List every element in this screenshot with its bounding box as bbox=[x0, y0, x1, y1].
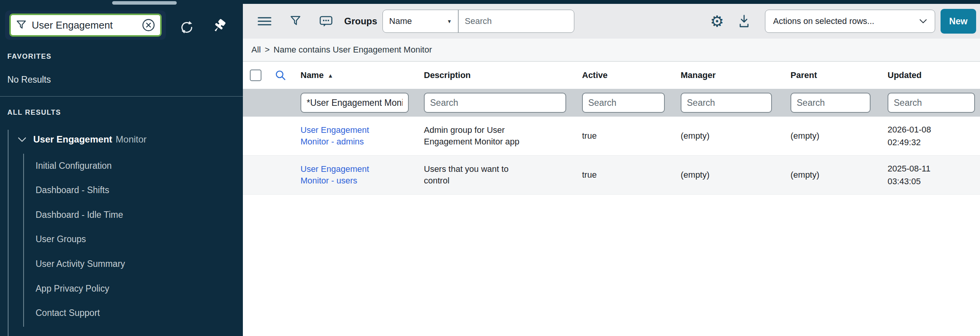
pin-icon[interactable] bbox=[210, 17, 228, 37]
search-icon[interactable] bbox=[275, 70, 300, 81]
table-row: User Engagement Monitor - users Users th… bbox=[243, 156, 980, 195]
chevron-down-icon bbox=[919, 19, 927, 24]
group-active: true bbox=[582, 131, 681, 141]
list-toolbar: Groups Name ▼ ⚙ Actions on selected rows… bbox=[243, 4, 980, 39]
sidebar-item-app-privacy-policy[interactable]: App Privacy Policy bbox=[36, 283, 109, 294]
chevron-down-icon[interactable] bbox=[18, 137, 26, 143]
group-manager: (empty) bbox=[681, 170, 790, 180]
list-search-combo: Name ▼ bbox=[382, 10, 574, 33]
group-description: Admin group for User Engagement Monitor … bbox=[424, 124, 524, 147]
filter-input-name[interactable] bbox=[300, 93, 409, 113]
top-border-strip bbox=[243, 0, 980, 4]
new-button[interactable]: New bbox=[941, 9, 976, 34]
page-title: Groups bbox=[344, 16, 377, 27]
sidebar-item-dashboard-shifts[interactable]: Dashboard - Shifts bbox=[36, 185, 109, 195]
column-header-manager[interactable]: Manager bbox=[681, 70, 790, 80]
group-active: true bbox=[582, 170, 681, 180]
group-parent: (empty) bbox=[790, 170, 888, 180]
filter-input-description[interactable] bbox=[424, 93, 566, 113]
group-description: Users that you want to control bbox=[424, 163, 524, 186]
sidebar-item-dashboard-idle-time[interactable]: Dashboard - Idle Time bbox=[36, 210, 123, 220]
list-view-panel: Groups Name ▼ ⚙ Actions on selected rows… bbox=[243, 0, 980, 336]
group-name-link[interactable]: User Engagement Monitor - users bbox=[300, 163, 384, 186]
group-parent: (empty) bbox=[790, 131, 888, 141]
filter-input-updated[interactable] bbox=[888, 93, 975, 113]
actions-dropdown[interactable]: Actions on selected rows... bbox=[765, 10, 935, 33]
search-field-selector[interactable]: Name ▼ bbox=[383, 16, 458, 26]
column-header-parent[interactable]: Parent bbox=[790, 70, 888, 80]
group-name-link[interactable]: User Engagement Monitor - admins bbox=[300, 124, 384, 147]
all-results-header: ALL RESULTS bbox=[7, 109, 61, 117]
sort-ascending-icon: ▲ bbox=[328, 72, 333, 79]
clear-search-icon[interactable] bbox=[142, 18, 155, 32]
list-menu-icon[interactable] bbox=[258, 17, 271, 26]
actions-dropdown-label: Actions on selected rows... bbox=[773, 16, 874, 26]
filter-icon[interactable] bbox=[289, 15, 302, 28]
breadcrumb-all-link[interactable]: All bbox=[251, 45, 261, 55]
column-header-updated[interactable]: Updated bbox=[888, 70, 980, 80]
column-filter-row bbox=[243, 89, 980, 117]
table-row: User Engagement Monitor - admins Admin g… bbox=[243, 117, 980, 156]
list-search-input[interactable] bbox=[459, 16, 574, 26]
sidebar-item-user-groups[interactable]: User Groups bbox=[36, 234, 86, 244]
sidebar-item-contact-support[interactable]: Contact Support bbox=[36, 308, 100, 318]
column-header-name[interactable]: Name ▲ bbox=[300, 70, 424, 80]
caret-down-icon: ▼ bbox=[447, 19, 452, 24]
sidebar-search-container bbox=[5, 10, 166, 40]
favorites-header: FAVORITES bbox=[7, 53, 51, 61]
chat-icon[interactable] bbox=[319, 14, 333, 28]
group-updated: 2025-08-11 03:43:05 bbox=[888, 162, 946, 188]
filter-input-manager[interactable] bbox=[681, 93, 772, 113]
sidebar-search-field[interactable] bbox=[9, 14, 162, 37]
favorites-empty-text: No Results bbox=[7, 75, 51, 85]
group-updated: 2026-01-08 02:49:32 bbox=[888, 123, 946, 149]
search-field-selector-value: Name bbox=[389, 16, 412, 26]
select-all-checkbox[interactable] bbox=[250, 70, 261, 81]
app-name-rest: Monitor bbox=[116, 134, 147, 144]
tree-guide-line-children bbox=[23, 154, 24, 327]
refresh-icon[interactable] bbox=[179, 19, 195, 37]
sidebar-item-initial-configuration[interactable]: Initial Configuration bbox=[36, 161, 112, 171]
scrollbar-thumb[interactable] bbox=[112, 1, 177, 5]
tree-guide-line-root bbox=[8, 130, 9, 336]
breadcrumb-separator: > bbox=[265, 45, 270, 55]
breadcrumb-filter-condition[interactable]: Name contains User Engagement Monitor bbox=[273, 45, 432, 55]
gear-icon[interactable]: ⚙ bbox=[710, 14, 724, 29]
sidebar-divider bbox=[0, 96, 243, 97]
filter-input-parent[interactable] bbox=[790, 93, 871, 113]
column-header-description[interactable]: Description bbox=[424, 70, 582, 80]
app-name-match: User Engagement bbox=[33, 134, 112, 144]
breadcrumb: All > Name contains User Engagement Moni… bbox=[243, 39, 980, 62]
sidebar-item-user-engagement-monitor[interactable]: User EngagementMonitor bbox=[18, 134, 147, 145]
funnel-icon bbox=[15, 19, 27, 31]
column-header-active[interactable]: Active bbox=[582, 70, 681, 80]
group-manager: (empty) bbox=[681, 131, 790, 141]
sidebar-item-user-activity-summary[interactable]: User Activity Summary bbox=[36, 259, 125, 269]
download-icon[interactable] bbox=[737, 14, 751, 29]
sidebar-search-input[interactable] bbox=[31, 19, 138, 32]
filter-input-active[interactable] bbox=[582, 93, 665, 113]
sidebar-panel: FAVORITES No Results ALL RESULTS User En… bbox=[0, 0, 243, 336]
table-header-row: Name ▲ Description Active Manager Parent… bbox=[243, 62, 980, 89]
